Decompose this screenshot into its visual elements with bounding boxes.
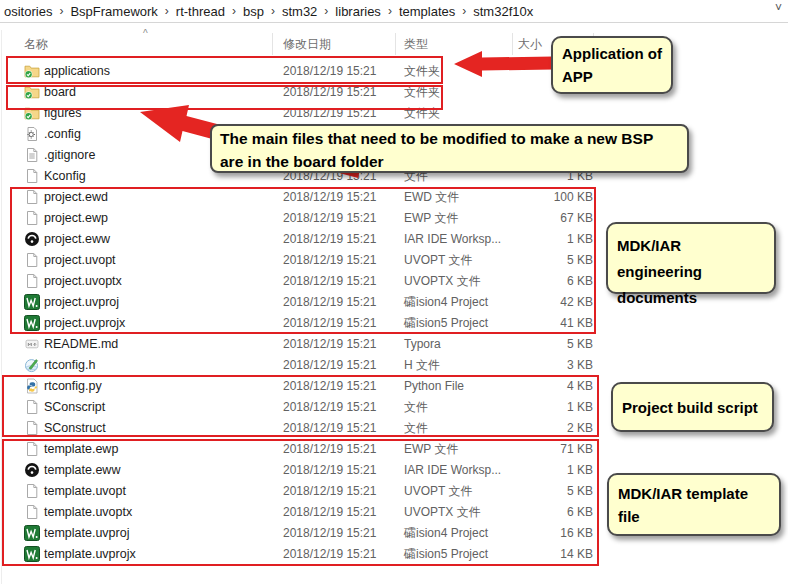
file-size: 71 KB [493, 439, 593, 460]
file-name: template.eww [44, 460, 120, 481]
file-size: 16 KB [493, 523, 593, 544]
file-row[interactable]: template.uvprojx 2018/12/19 15:21 礵ision… [0, 544, 620, 565]
blank-file-icon [24, 399, 40, 415]
file-name: project.ewp [44, 208, 108, 229]
file-type: EWP 文件 [404, 208, 458, 229]
breadcrumb-item[interactable]: libraries [333, 4, 383, 19]
file-type: 文件 [404, 418, 428, 439]
file-name: SConstruct [44, 418, 106, 439]
file-size: 5 KB [493, 250, 593, 271]
file-type: 文件夹 [404, 103, 440, 124]
column-divider[interactable] [395, 33, 396, 55]
file-row[interactable]: figures 2018/12/19 15:21 文件夹 [0, 103, 620, 124]
file-date-modified: 2018/12/19 15:21 [283, 334, 376, 355]
file-type: UVOPT 文件 [404, 250, 472, 271]
file-name: template.ewp [44, 439, 118, 460]
file-name: SConscript [44, 397, 105, 418]
breadcrumb-item[interactable]: rt-thread [174, 4, 227, 19]
file-type: UVOPTX 文件 [404, 271, 481, 292]
column-divider[interactable] [512, 33, 513, 55]
file-type: 礵ision5 Project [404, 313, 488, 334]
file-row[interactable]: rtconfig.h 2018/12/19 15:21 H 文件 3 KB [0, 355, 620, 376]
file-row[interactable]: project.ewp 2018/12/19 15:21 EWP 文件 67 K… [0, 208, 620, 229]
breadcrumb-separator-icon: › [457, 4, 471, 18]
file-row[interactable]: template.uvopt 2018/12/19 15:21 UVOPT 文件… [0, 481, 620, 502]
breadcrumb-item[interactable]: templates [397, 4, 457, 19]
file-size: 6 KB [493, 271, 593, 292]
iar-workspace-icon [24, 462, 40, 478]
file-date-modified: 2018/12/19 15:21 [283, 250, 376, 271]
file-name: Kconfig [44, 166, 86, 187]
file-row[interactable]: project.uvopt 2018/12/19 15:21 UVOPT 文件 … [0, 250, 620, 271]
file-date-modified: 2018/12/19 15:21 [283, 292, 376, 313]
config-file-icon [24, 126, 40, 142]
file-type: UVOPTX 文件 [404, 502, 481, 523]
file-row[interactable]: project.eww 2018/12/19 15:21 IAR IDE Wor… [0, 229, 620, 250]
file-row[interactable]: rtconfig.py 2018/12/19 15:21 Python File… [0, 376, 620, 397]
file-row[interactable]: project.uvproj 2018/12/19 15:21 礵ision4 … [0, 292, 620, 313]
file-name: template.uvoptx [44, 502, 132, 523]
file-size: 5 KB [493, 334, 593, 355]
file-size: 6 KB [493, 502, 593, 523]
file-name: applications [44, 61, 110, 82]
column-header-date-modified[interactable]: 修改日期 [283, 33, 388, 56]
file-row[interactable]: SConscript 2018/12/19 15:21 文件 1 KB [0, 397, 620, 418]
file-row[interactable]: template.ewp 2018/12/19 15:21 EWP 文件 71 … [0, 439, 620, 460]
breadcrumb-separator-icon: › [266, 4, 280, 18]
blank-file-icon [24, 168, 40, 184]
iar-workspace-icon [24, 231, 40, 247]
file-name: template.uvproj [44, 523, 129, 544]
keil-uvision-icon [24, 294, 40, 310]
file-type: IAR IDE Worksp... [404, 229, 501, 250]
callout-mdk-iar-engineering-documents: MDK/IAR engineering documents [606, 222, 776, 294]
breadcrumb-separator-icon: › [319, 4, 333, 18]
file-row[interactable]: template.uvoptx 2018/12/19 15:21 UVOPTX … [0, 502, 620, 523]
file-name: board [44, 82, 76, 103]
file-date-modified: 2018/12/19 15:21 [283, 208, 376, 229]
column-header-type[interactable]: 类型 [404, 33, 504, 56]
text-file-icon [24, 147, 40, 163]
breadcrumb-item[interactable]: stm32 [280, 4, 319, 19]
keil-uvision-icon [24, 546, 40, 562]
blank-file-icon [24, 420, 40, 436]
file-row[interactable]: template.uvproj 2018/12/19 15:21 礵ision4… [0, 523, 620, 544]
file-date-modified: 2018/12/19 15:21 [283, 229, 376, 250]
file-row[interactable]: board 2018/12/19 15:21 文件夹 [0, 82, 620, 103]
file-row[interactable]: SConstruct 2018/12/19 15:21 文件 2 KB [0, 418, 620, 439]
file-date-modified: 2018/12/19 15:21 [283, 103, 376, 124]
file-name: template.uvopt [44, 481, 126, 502]
file-row[interactable]: applications 2018/12/19 15:21 文件夹 [0, 61, 620, 82]
file-type: 礵ision4 Project [404, 523, 488, 544]
file-size: 4 KB [493, 376, 593, 397]
file-type: Python File [404, 376, 464, 397]
file-row[interactable]: project.uvprojx 2018/12/19 15:21 礵ision5… [0, 313, 620, 334]
column-divider[interactable] [272, 33, 273, 55]
file-type: H 文件 [404, 355, 440, 376]
file-size: 3 KB [493, 355, 593, 376]
file-size: 42 KB [493, 292, 593, 313]
keil-uvision-icon [24, 525, 40, 541]
file-row[interactable]: project.ewd 2018/12/19 15:21 EWD 文件 100 … [0, 187, 620, 208]
file-name: .gitignore [44, 145, 95, 166]
address-dropdown-icon[interactable]: ˅ [775, 1, 782, 15]
file-name: project.uvoptx [44, 271, 122, 292]
blank-file-icon [24, 210, 40, 226]
file-name: figures [44, 103, 82, 124]
file-row[interactable]: template.eww 2018/12/19 15:21 IAR IDE Wo… [0, 460, 620, 481]
file-date-modified: 2018/12/19 15:21 [283, 523, 376, 544]
keil-uvision-icon [24, 315, 40, 331]
file-type: EWD 文件 [404, 187, 459, 208]
file-row[interactable]: project.uvoptx 2018/12/19 15:21 UVOPTX 文… [0, 271, 620, 292]
breadcrumb-item[interactable]: bsp [241, 4, 266, 19]
callout-board-note: The main files that need to be modified … [210, 124, 689, 173]
file-name: .config [44, 124, 81, 145]
file-type: IAR IDE Worksp... [404, 460, 501, 481]
breadcrumb-item[interactable]: BspFramework [68, 4, 159, 19]
breadcrumb-separator-icon: › [160, 4, 174, 18]
blank-file-icon [24, 441, 40, 457]
breadcrumb-item[interactable]: ositories [2, 4, 54, 19]
breadcrumb-item[interactable]: stm32f10x [471, 4, 535, 19]
file-size: 1 KB [493, 460, 593, 481]
file-name: README.md [44, 334, 118, 355]
file-row[interactable]: README.md 2018/12/19 15:21 Typora 5 KB [0, 334, 620, 355]
